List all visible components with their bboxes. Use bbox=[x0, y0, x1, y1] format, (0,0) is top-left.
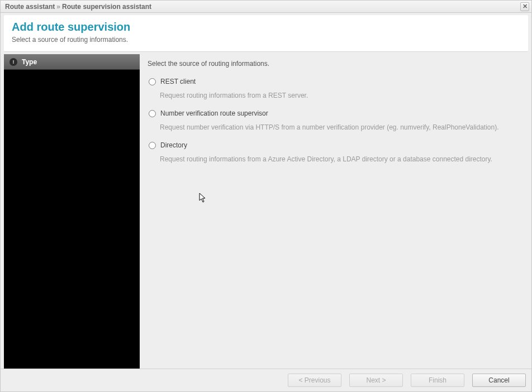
option-label: Number verification route supervisor bbox=[160, 109, 268, 117]
close-button[interactable]: ✕ bbox=[520, 2, 529, 11]
wizard-footer: < Previous Next > Finish Cancel bbox=[1, 369, 531, 391]
option-description: Request routing informations from a REST… bbox=[160, 91, 520, 101]
wizard-step-label: Type bbox=[22, 58, 37, 66]
page-title: Add route supervision bbox=[12, 21, 520, 34]
warning-icon: ! bbox=[10, 58, 17, 66]
option-description: Request routing informations from a Azur… bbox=[160, 155, 520, 164]
option-label: Directory bbox=[160, 141, 187, 149]
wizard-body: ! Type Select the source of routing info… bbox=[4, 54, 528, 369]
option-label: REST client bbox=[160, 78, 196, 85]
wizard-content: Select the source of routing information… bbox=[140, 54, 528, 369]
next-button[interactable]: Next > bbox=[349, 374, 403, 387]
cancel-button[interactable]: Cancel bbox=[472, 374, 526, 387]
radio-rest-client[interactable] bbox=[149, 78, 156, 85]
breadcrumb-part1: Route assistant bbox=[5, 3, 55, 11]
radio-directory[interactable] bbox=[149, 142, 156, 149]
finish-button[interactable]: Finish bbox=[411, 374, 464, 387]
breadcrumb-part2: Route supervision assistant bbox=[62, 3, 151, 11]
option-description: Request number verification via HTTP/S f… bbox=[160, 123, 520, 132]
option-rest-client[interactable]: REST client bbox=[148, 75, 520, 88]
content-heading: Select the source of routing information… bbox=[148, 60, 520, 68]
option-directory[interactable]: Directory bbox=[148, 139, 520, 151]
wizard-window: Route assistant » Route supervision assi… bbox=[0, 0, 532, 392]
radio-number-verification[interactable] bbox=[149, 110, 156, 117]
close-icon: ✕ bbox=[522, 3, 528, 10]
option-number-verification[interactable]: Number verification route supervisor bbox=[148, 107, 520, 119]
titlebar: Route assistant » Route supervision assi… bbox=[1, 1, 531, 13]
previous-button[interactable]: < Previous bbox=[288, 374, 341, 387]
wizard-step-type[interactable]: ! Type bbox=[4, 54, 140, 70]
breadcrumb-separator: » bbox=[56, 3, 60, 11]
header-panel: Add route supervision Select a source of… bbox=[4, 15, 528, 52]
page-subtitle: Select a source of routing informations. bbox=[12, 36, 520, 44]
wizard-steps-sidebar: ! Type bbox=[4, 54, 140, 369]
